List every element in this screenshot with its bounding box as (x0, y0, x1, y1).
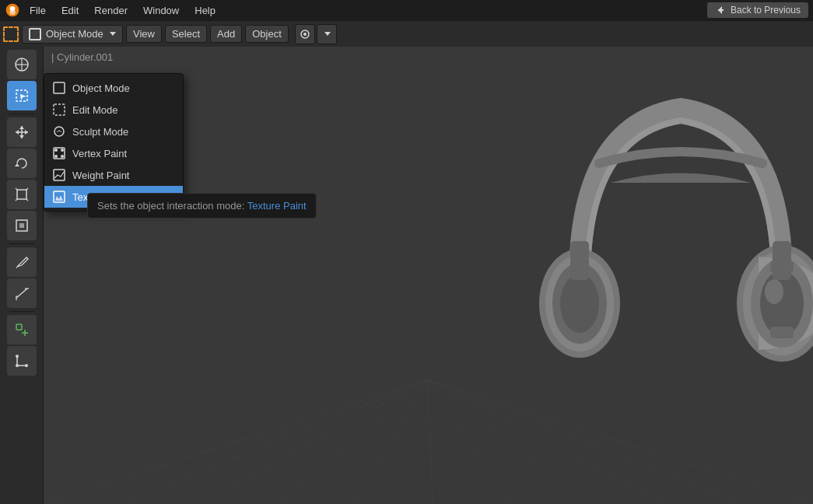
sidebar-divider-3 (9, 311, 34, 312)
svg-rect-26 (19, 223, 24, 228)
svg-point-71 (54, 155, 58, 158)
object-menu-button[interactable]: Object (245, 25, 289, 43)
measure-icon (14, 285, 30, 301)
cursor-icon (14, 57, 30, 72)
svg-line-22 (26, 188, 28, 190)
add-menu-button[interactable]: Add (210, 25, 242, 43)
dropdown-item-vertex-paint[interactable]: Vertex Paint (44, 142, 183, 164)
svg-rect-66 (54, 104, 65, 115)
sidebar-tool-add[interactable] (7, 315, 37, 345)
svg-rect-65 (54, 82, 65, 93)
svg-point-60 (765, 279, 783, 304)
menu-help[interactable]: Help (188, 3, 222, 18)
menu-window[interactable]: Window (137, 3, 185, 18)
svg-line-27 (16, 267, 17, 268)
header-toolbar: Object Mode View Select Add Object (0, 20, 813, 47)
weight-paint-menu-icon (52, 168, 66, 182)
svg-marker-12 (20, 94, 26, 100)
svg-point-70 (61, 149, 64, 152)
back-to-previous-button[interactable]: Back to Previous (707, 2, 808, 18)
sidebar-tool-annotate[interactable] (7, 247, 37, 277)
sidebar-tool-select[interactable] (7, 81, 37, 110)
left-sidebar (0, 47, 44, 504)
svg-point-72 (61, 155, 64, 158)
svg-point-1 (10, 6, 16, 12)
sidebar-divider-1 (9, 114, 34, 114)
view-menu-button[interactable]: View (126, 25, 162, 43)
dropdown-chevron-icon (110, 32, 116, 36)
headphones-illustration (517, 62, 813, 498)
svg-rect-73 (54, 170, 65, 180)
svg-line-24 (26, 199, 28, 201)
object-mode-menu-icon (52, 81, 66, 95)
svg-rect-64 (773, 241, 791, 280)
sidebar-tool-cursor[interactable] (7, 50, 37, 79)
sculpt-mode-menu-icon (52, 124, 66, 138)
svg-point-36 (25, 364, 28, 367)
overlay-button[interactable] (295, 24, 315, 44)
overlay-icon (300, 29, 310, 40)
corner-icon (14, 353, 30, 369)
svg-rect-62 (770, 327, 794, 338)
vertex-paint-menu-icon (52, 146, 66, 160)
svg-point-67 (54, 127, 64, 136)
svg-point-55 (560, 274, 599, 333)
object-name-display: | Cylinder.001 (51, 51, 113, 63)
top-menu-bar: File Edit Render Window Help Back to Pre… (0, 0, 813, 20)
select-menu-button[interactable]: Select (165, 25, 207, 43)
sidebar-tool-move[interactable] (7, 117, 37, 147)
sidebar-tool-measure[interactable] (7, 278, 37, 308)
scale-icon (14, 187, 30, 202)
sidebar-tool-corner[interactable] (7, 346, 37, 376)
menu-render[interactable]: Render (88, 3, 134, 18)
blender-logo-icon (5, 2, 20, 18)
svg-marker-19 (15, 163, 19, 166)
sidebar-divider-2 (9, 243, 34, 244)
svg-marker-17 (16, 130, 19, 135)
svg-marker-15 (19, 126, 24, 129)
svg-line-28 (16, 289, 27, 298)
svg-marker-18 (25, 130, 28, 135)
svg-rect-20 (17, 190, 26, 199)
pencil-icon (14, 254, 30, 270)
dropdown-item-sculpt-mode[interactable]: Sculpt Mode (44, 121, 183, 142)
svg-point-69 (54, 149, 58, 152)
svg-point-35 (16, 364, 19, 367)
mode-selector-button[interactable]: Object Mode (22, 25, 123, 44)
svg-rect-3 (10, 13, 16, 14)
dropdown-item-object-mode[interactable]: Object Mode (44, 77, 183, 99)
sidebar-tool-scale[interactable] (7, 180, 37, 209)
mode-dropdown-menu: Object Mode Edit Mode Sculpt Mode (44, 73, 184, 212)
svg-line-23 (16, 199, 17, 201)
chevron-down-icon (324, 32, 331, 36)
dropdown-item-edit-mode[interactable]: Edit Mode (44, 99, 183, 121)
svg-marker-16 (19, 135, 24, 138)
back-arrow-icon (715, 5, 726, 16)
sidebar-tool-transform[interactable] (7, 211, 37, 240)
svg-rect-5 (718, 9, 724, 11)
svg-rect-31 (16, 324, 22, 330)
texture-paint-menu-icon (52, 190, 66, 204)
menu-file[interactable]: File (23, 3, 52, 18)
rotate-icon (14, 156, 30, 171)
object-mode-icon (29, 28, 41, 40)
svg-point-59 (760, 271, 804, 336)
select-icon (14, 88, 30, 103)
svg-rect-63 (570, 241, 589, 280)
transform-icon (14, 218, 30, 233)
gizmo-button[interactable] (317, 24, 337, 44)
svg-point-7 (303, 33, 307, 36)
menu-edit[interactable]: Edit (55, 3, 85, 18)
move-icon (14, 124, 30, 140)
svg-line-21 (16, 188, 17, 190)
svg-rect-2 (9, 12, 16, 13)
sidebar-tool-rotate[interactable] (7, 149, 37, 178)
add-object-icon (14, 322, 30, 338)
mode-tooltip: Sets the object interaction mode: Textur… (87, 193, 317, 219)
workspace-icon (3, 26, 19, 42)
dropdown-item-weight-paint[interactable]: Weight Paint (44, 164, 183, 186)
svg-point-34 (16, 355, 19, 358)
edit-mode-menu-icon (52, 103, 66, 117)
